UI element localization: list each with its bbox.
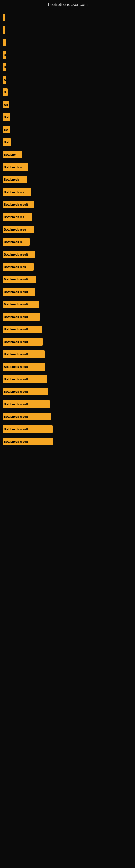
bar-row: Bottleneck result (0, 326, 135, 333)
bar-row: B (0, 51, 135, 59)
bar-label: Bottleneck result (4, 303, 28, 306)
bar: Bottleneck result (3, 375, 47, 383)
bar: Bottleneck result (3, 438, 53, 445)
bar-label: Bottleneck result (4, 390, 28, 393)
bar-label: Bottleneck result (4, 278, 28, 281)
bar-row: Bottleneck res (0, 188, 135, 196)
bar-label: Bottleneck result (4, 415, 28, 418)
bar: Bottleneck re (3, 238, 30, 246)
bar-label: B (4, 53, 6, 56)
bar-label: Bottleneck result (4, 378, 28, 381)
bar: Bottleneck result (3, 288, 35, 296)
bar-row: B (0, 63, 135, 71)
bar-label: Bottleneck result (4, 253, 28, 256)
bar: Bottleneck result (3, 413, 51, 421)
bar-row: Bottleneck result (0, 251, 135, 258)
bar: Bottleneck resu (3, 263, 34, 271)
bar: B (3, 63, 6, 71)
bar: Bottleneck result (3, 363, 45, 371)
bars-container: BBBBBoBotBoBotBottleneBottleneck reBottl… (0, 8, 135, 450)
bar-row: Bottleneck result (0, 338, 135, 346)
bar-row: Bottleneck result (0, 313, 135, 321)
bar-row: Bot (0, 113, 135, 121)
bar-label: Bot (4, 141, 9, 144)
bar-row: Bot (0, 138, 135, 146)
bar-label: Bottleneck resu (4, 228, 26, 231)
bar: Bo (3, 101, 9, 108)
bar-row: Bottleneck re (0, 163, 135, 171)
bar: Bottleneck result (3, 326, 42, 333)
bar-label: Bottleneck result (4, 365, 28, 368)
bar: Bo (3, 126, 10, 133)
bar (3, 13, 5, 21)
bar-label: Bottleneck re (4, 240, 23, 244)
bar: Bottleneck res (3, 188, 31, 196)
bar-row: Bottleneck result (0, 375, 135, 383)
bar-label: Bo (4, 103, 8, 106)
bar: Bottleneck result (3, 313, 40, 321)
bar-row (0, 38, 135, 46)
bar-label: B (4, 66, 6, 69)
bar-row: Bottleneck result (0, 438, 135, 445)
bar: Bot (3, 113, 10, 121)
bar (3, 26, 5, 34)
bar: Bottleneck re (3, 163, 28, 171)
bar: Bottleneck result (3, 251, 35, 258)
bar-row: Bottleneck result (0, 201, 135, 208)
bar: Bot (3, 138, 11, 146)
bar-row: B (0, 88, 135, 96)
bar-label: Bottleneck re (4, 165, 23, 169)
bar-row: Bottleneck result (0, 288, 135, 296)
bar-label: Bottleneck result (4, 403, 28, 406)
bar: Bottleneck resu (3, 226, 34, 233)
bar-label: Bottleneck res (4, 190, 24, 194)
bar-label: Bottlene (4, 153, 16, 156)
bar-row: Bottleneck result (0, 301, 135, 308)
bar-row: Bottlene (0, 151, 135, 158)
bar-row (0, 13, 135, 21)
bar: Bottleneck result (3, 388, 48, 396)
bar: Bottleneck (3, 176, 27, 183)
bar-row: Bottleneck result (0, 276, 135, 283)
bar-label: Bottleneck result (4, 328, 28, 331)
bar-row: Bottleneck result (0, 388, 135, 396)
bar-row: Bottleneck result (0, 400, 135, 408)
bar-row: Bottleneck result (0, 425, 135, 433)
bar-row: B (0, 76, 135, 84)
bar-label: Bottleneck result (4, 352, 28, 356)
bar-row: Bottleneck re (0, 238, 135, 246)
bar: Bottleneck result (3, 276, 36, 283)
bar: Bottleneck result (3, 301, 39, 308)
bar-label: B (4, 91, 6, 94)
bar-row: Bottleneck result (0, 413, 135, 421)
bar: Bottleneck result (3, 400, 50, 408)
bar-row: Bo (0, 126, 135, 133)
bar-label: Bottleneck result (4, 440, 28, 443)
bar: Bottlene (3, 151, 21, 158)
bar: Bottleneck result (3, 201, 34, 208)
bar-label: B (4, 78, 6, 82)
bar-label: Bottleneck resu (4, 265, 26, 269)
bar-label: Bottleneck result (4, 315, 28, 318)
bar-label: Bottleneck result (4, 290, 28, 293)
bar: B (3, 76, 6, 84)
bar-row: Bottleneck resu (0, 263, 135, 271)
bar: Bottleneck res (3, 213, 32, 221)
bar: Bottleneck result (3, 350, 45, 358)
bar (3, 38, 6, 46)
bar-label: Bottleneck (4, 178, 19, 181)
bar-row: Bottleneck result (0, 363, 135, 371)
bar: Bottleneck result (3, 338, 43, 346)
bar-row: Bottleneck (0, 176, 135, 183)
site-header: TheBottlenecker.com (0, 0, 135, 8)
bar-label: Bottleneck result (4, 428, 28, 431)
bar-label: Bo (4, 128, 8, 131)
bar-row: Bottleneck res (0, 213, 135, 221)
bar-row (0, 26, 135, 34)
bar-label: Bottleneck res (4, 215, 24, 219)
bar-row: Bo (0, 101, 135, 108)
bar-label: Bottleneck result (4, 340, 28, 343)
bar-row: Bottleneck resu (0, 226, 135, 233)
bar: B (3, 88, 8, 96)
bar-label: Bot (4, 116, 9, 119)
